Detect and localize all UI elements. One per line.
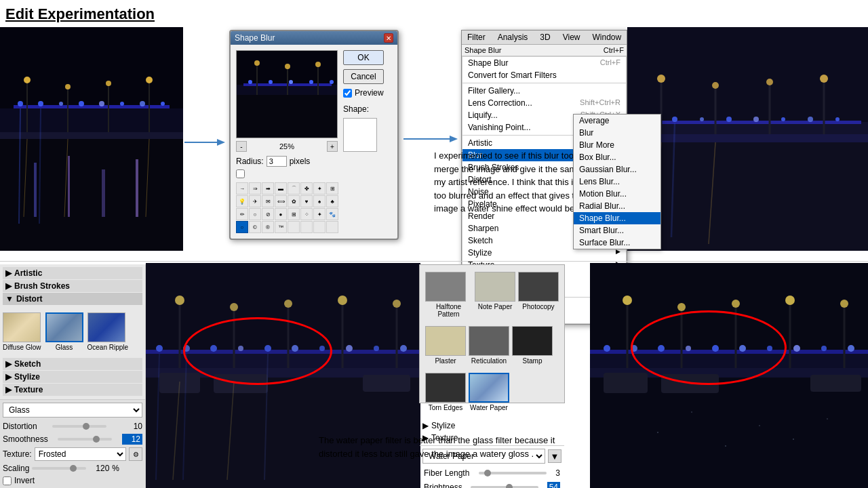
filter-item-lens[interactable]: Lens Correction...Shift+Ctrl+R — [462, 97, 626, 109]
preview-checkbox[interactable] — [343, 89, 352, 98]
radius-row: Radius: pixels — [236, 156, 338, 167]
wp-reticulation[interactable]: Reticulation — [469, 326, 509, 365]
shape-s6[interactable]: ✈ — [249, 195, 261, 207]
wp-plaster[interactable]: Plaster — [425, 326, 466, 365]
shape-s3[interactable]: ✦ — [313, 182, 326, 195]
shape-paw[interactable]: 🐾 — [326, 208, 338, 220]
brightness-value: 54 — [547, 482, 560, 488]
shape-circle[interactable]: ○ — [249, 208, 261, 220]
fg-thumb-diffuse[interactable]: Diffuse Glow — [3, 312, 41, 351]
wp-halftone[interactable]: Halftone Pattern — [425, 272, 472, 318]
fg-texture[interactable]: ▶ Texture — [3, 384, 142, 396]
invert-checkbox[interactable] — [3, 476, 12, 485]
shape-rect[interactable]: ▬ — [275, 182, 287, 195]
blur-surface[interactable]: Surface Blur... — [574, 237, 660, 249]
fg-texture-btn[interactable]: ⚙ — [129, 447, 142, 461]
zoom-in-btn[interactable]: + — [327, 141, 338, 152]
dialog-title: Shape Blur — [235, 33, 275, 43]
ocean-thumb-img — [87, 312, 125, 342]
shape-bulb[interactable]: 💡 — [236, 195, 248, 207]
dialog-close-btn[interactable]: ✕ — [384, 33, 393, 43]
wp-torn-edges[interactable]: Torn Edges — [425, 373, 466, 411]
svg-point-42 — [254, 60, 260, 66]
cancel-button[interactable]: Cancel — [343, 69, 384, 84]
blur-gaussian[interactable]: Gaussian Blur... — [574, 163, 660, 176]
shape-empty2 — [300, 221, 313, 233]
shape-tm[interactable]: ™ — [275, 221, 287, 233]
scaling-slider[interactable] — [32, 467, 86, 470]
fiber-slider[interactable] — [479, 472, 547, 474]
shape-checkbox[interactable] — [236, 169, 245, 178]
photocopy-label: Photocopy — [518, 303, 559, 310]
window-menu-item[interactable]: Window — [590, 32, 625, 43]
blur-average[interactable]: Average — [574, 115, 660, 127]
ps-menubar: Filter Analysis 3D View Window Help — [462, 30, 627, 45]
fg-texture-select[interactable]: Frosted Canvas Burlap — [35, 447, 126, 461]
fg-artistic[interactable]: ▶ Artistic — [3, 267, 142, 279]
shape-club[interactable]: ♣ — [326, 195, 338, 207]
shape-copyright[interactable]: © — [249, 221, 261, 233]
shape-dots[interactable]: ⁘ — [300, 208, 313, 220]
shape-fleur[interactable]: ✿ — [288, 195, 300, 207]
blur-motion[interactable]: Motion Blur... — [574, 188, 660, 200]
shape-spade[interactable]: ♠ — [313, 195, 326, 207]
shape-arrow-right[interactable]: → — [236, 182, 248, 195]
shape-s2[interactable]: ✤ — [300, 182, 313, 195]
fg-brush-strokes[interactable]: ▶ Brush Strokes — [3, 280, 142, 292]
shape-no[interactable]: ⊘ — [262, 208, 274, 220]
shape-heart[interactable]: ♥ — [300, 195, 313, 207]
shape-envelope[interactable]: ✉ — [262, 195, 274, 207]
bottom-description-text: The water paper filter is better than th… — [319, 435, 555, 459]
wp-tree-stylize[interactable]: ▶ Stylize — [422, 420, 561, 432]
filter-menu-item[interactable]: Filter — [465, 32, 488, 43]
radius-input[interactable] — [267, 156, 287, 167]
wp-stamp[interactable]: Stamp — [512, 326, 553, 365]
distortion-slider[interactable] — [52, 425, 106, 428]
3d-menu-item[interactable]: 3D — [537, 32, 553, 43]
shape-arrows[interactable]: ⟺ — [275, 195, 287, 207]
blur-shape[interactable]: Shape Blur... — [574, 212, 660, 224]
fg-invert-row: Invert — [3, 476, 142, 485]
blur-box[interactable]: Box Blur... — [574, 151, 660, 163]
fg-stylize[interactable]: ▶ Stylize — [3, 371, 142, 383]
shape-arrow-r3[interactable]: ➡ — [262, 182, 274, 195]
fg-thumb-ocean[interactable]: Ocean Ripple — [87, 312, 129, 351]
shape-s4[interactable]: ⊞ — [326, 182, 338, 195]
blur-blur[interactable]: Blur — [574, 127, 660, 139]
svg-marker-48 — [450, 136, 458, 142]
svg-rect-16 — [0, 132, 183, 139]
fiber-value: 3 — [555, 468, 560, 478]
analysis-menu-item[interactable]: Analysis — [495, 32, 531, 43]
fg-distort[interactable]: ▼ Distort — [3, 293, 142, 305]
shape-black-circle[interactable]: ● — [275, 208, 287, 220]
view-menu-item[interactable]: View — [560, 32, 583, 43]
wp-note-paper[interactable]: Note Paper — [475, 272, 515, 318]
shape-arrow-r2[interactable]: ⇒ — [249, 182, 261, 195]
smoothness-slider[interactable] — [58, 438, 112, 441]
wp-stylize-label: Stylize — [431, 421, 455, 430]
shape-circle-sel[interactable]: ○ — [236, 221, 248, 233]
zoom-out-btn[interactable]: - — [236, 141, 247, 152]
filter-item-smart[interactable]: Convert for Smart Filters — [462, 69, 626, 81]
wp-photocopy[interactable]: Photocopy — [518, 272, 559, 318]
shape-s1[interactable]: ⌒ — [288, 182, 300, 195]
shape-reg[interactable]: ® — [262, 221, 274, 233]
radius-label: Radius: — [236, 157, 264, 166]
fg-sketch[interactable]: ▶ Sketch — [3, 358, 142, 370]
ok-button[interactable]: OK — [343, 50, 384, 65]
filter-item-shape-blur[interactable]: Shape BlurCtrl+F — [462, 57, 626, 69]
shape-label: Shape: — [343, 104, 384, 114]
shape-pencil[interactable]: ✏ — [236, 208, 248, 220]
blur-lens[interactable]: Lens Blur... — [574, 176, 660, 188]
fg-thumb-glass[interactable]: Glass — [45, 312, 83, 351]
svg-point-38 — [289, 80, 293, 84]
filter-item-gallery[interactable]: Filter Gallery... — [462, 85, 626, 97]
blur-radial[interactable]: Radial Blur... — [574, 200, 660, 212]
checkbox-row — [236, 169, 338, 178]
wp-water-paper[interactable]: Water Paper — [469, 373, 509, 411]
shape-star[interactable]: ✦ — [313, 208, 326, 220]
blur-smart[interactable]: Smart Blur... — [574, 224, 660, 237]
fg-filter-select[interactable]: Glass Diffuse Glow Ocean Ripple — [3, 403, 142, 418]
blur-more[interactable]: Blur More — [574, 139, 660, 151]
shape-grid[interactable]: ⊞ — [288, 208, 300, 220]
